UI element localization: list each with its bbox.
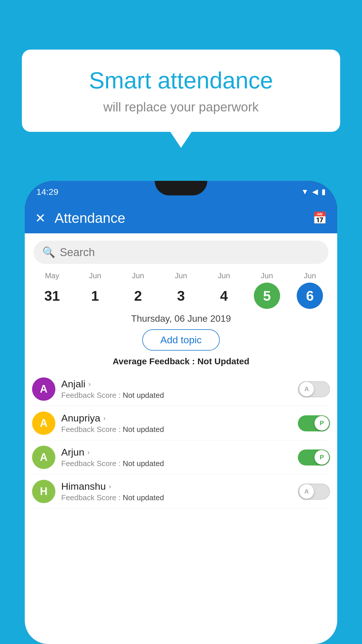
date-item[interactable]: May31 [31,271,73,309]
student-name[interactable]: Anupriya › [61,412,292,424]
attendance-toggle[interactable]: A [298,484,330,500]
calendar-icon[interactable]: 📅 [312,211,327,225]
date-number[interactable]: 5 [254,283,280,309]
avatar: H [32,480,55,503]
battery-icon: ▮ [321,187,326,196]
date-item[interactable]: Jun4 [203,271,245,309]
chevron-right-icon: › [103,414,106,422]
avatar: A [32,446,55,469]
date-month: Jun [261,271,273,280]
avg-feedback-value: Not Updated [197,356,249,366]
student-info: Anjali ›Feedback Score : Not updated [61,378,292,400]
date-number[interactable]: 4 [211,283,237,309]
speech-bubble-title: Smart attendance [45,67,317,94]
close-button[interactable]: ✕ [35,211,46,225]
date-item[interactable]: Jun6 [289,271,331,309]
date-month: Jun [175,271,187,280]
attendance-toggle[interactable]: A [298,381,330,397]
student-info: Anupriya ›Feedback Score : Not updated [61,412,292,434]
date-month: May [45,271,59,280]
student-name[interactable]: Anjali › [61,378,292,390]
chevron-right-icon: › [88,380,91,388]
date-item[interactable]: Jun5 [245,271,288,309]
date-number[interactable]: 2 [125,283,151,309]
student-info: Himanshu ›Feedback Score : Not updated [61,481,292,502]
date-month: Jun [89,271,101,280]
status-time: 14:29 [36,187,58,197]
student-feedback: Feedback Score : Not updated [61,493,292,502]
wifi-icon: ▼ [301,187,309,196]
add-topic-button[interactable]: Add topic [142,329,220,351]
average-feedback: Average Feedback : Not Updated [25,356,337,366]
avg-feedback-label: Average Feedback : [113,356,195,366]
student-name[interactable]: Himanshu › [61,481,292,492]
date-number[interactable]: 3 [168,283,194,309]
list-item: HHimanshu ›Feedback Score : Not updatedA [32,475,330,509]
student-feedback: Feedback Score : Not updated [61,391,292,400]
avatar: A [32,412,55,435]
search-bar[interactable]: 🔍 [34,241,328,264]
phone-frame: 14:29 ▼ ◀ ▮ ✕ Attendance 📅 🔍 May31Jun1Ju… [25,181,337,644]
date-number[interactable]: 1 [82,283,108,309]
attendance-toggle[interactable]: P [298,449,330,466]
date-number[interactable]: 31 [39,283,65,309]
search-input[interactable] [60,246,320,259]
phone-content: 🔍 May31Jun1Jun2Jun3Jun4Jun5Jun6 Thursday… [25,233,337,644]
toggle-knob: P [314,450,329,465]
chevron-right-icon: › [109,482,111,491]
speech-bubble-subtitle: will replace your paperwork [45,100,317,114]
student-name[interactable]: Arjun › [61,447,292,458]
status-bar: 14:29 ▼ ◀ ▮ [25,181,337,203]
date-number[interactable]: 6 [297,283,323,309]
speech-bubble: Smart attendance will replace your paper… [22,50,340,132]
attendance-toggle[interactable]: P [298,415,330,431]
signal-icon: ◀ [312,187,318,196]
chevron-right-icon: › [87,448,89,456]
toggle-knob: P [314,416,329,430]
student-list: AAnjali ›Feedback Score : Not updatedAAA… [25,372,337,509]
date-item[interactable]: Jun1 [73,271,116,309]
status-icons: ▼ ◀ ▮ [301,187,326,196]
avatar: A [32,377,55,401]
toggle-knob: A [299,484,314,499]
toggle-knob: A [299,382,314,396]
header-title: Attendance [55,210,304,226]
date-item[interactable]: Jun3 [159,271,202,309]
list-item: AArjun ›Feedback Score : Not updatedP [32,440,330,475]
list-item: AAnjali ›Feedback Score : Not updatedA [32,372,330,406]
selected-date-label: Thursday, 06 June 2019 [25,313,337,324]
student-feedback: Feedback Score : Not updated [61,459,292,468]
search-icon: 🔍 [42,246,55,258]
date-strip: May31Jun1Jun2Jun3Jun4Jun5Jun6 [25,271,337,309]
date-month: Jun [304,271,316,280]
app-header: ✕ Attendance 📅 [25,203,337,233]
date-item[interactable]: Jun2 [117,271,159,309]
date-month: Jun [132,271,144,280]
student-info: Arjun ›Feedback Score : Not updated [61,447,292,468]
list-item: AAnupriya ›Feedback Score : Not updatedP [32,406,330,440]
student-feedback: Feedback Score : Not updated [61,425,292,434]
date-month: Jun [218,271,230,280]
